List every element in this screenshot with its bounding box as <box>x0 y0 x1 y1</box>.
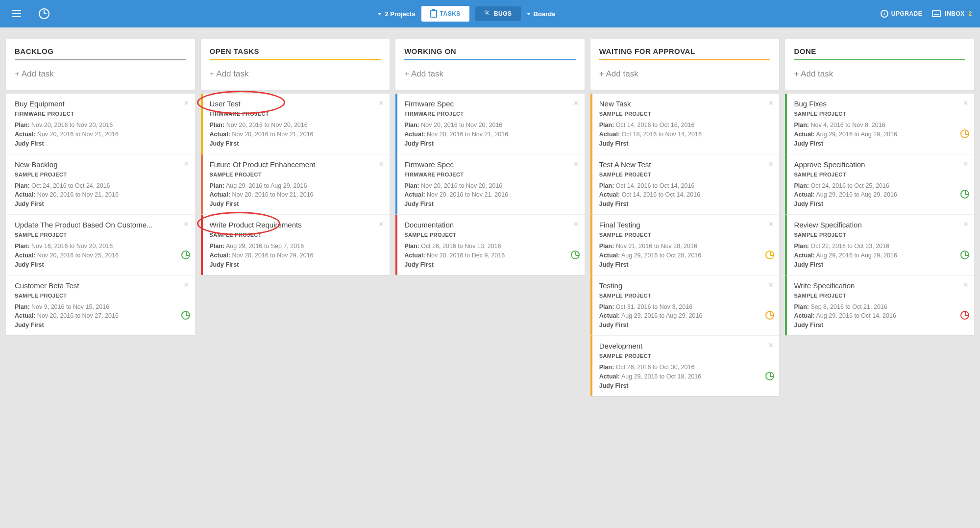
task-card[interactable]: ×Firmware SpecFIRMWARE PROJECTPlan: Nov … <box>395 154 585 215</box>
card-assignee: Judy First <box>794 140 966 147</box>
card-assignee: Judy First <box>15 322 187 328</box>
card-title: Development <box>599 342 772 350</box>
card-title: Test A New Test <box>599 160 772 169</box>
column-header: WAITING FOR APPROVAL+ Add task <box>590 39 780 90</box>
column-underline <box>599 59 771 60</box>
task-card[interactable]: ×Update The Product Based On Custome...S… <box>6 215 195 276</box>
task-card[interactable]: ×DocumentationSAMPLE PROJECTPlan: Oct 26… <box>395 215 585 275</box>
card-plan: Plan: Oct 24, 2016 to Oct 25, 2016 <box>794 181 966 191</box>
close-icon[interactable]: × <box>768 99 774 107</box>
inbox-button[interactable]: INBOX 2 <box>932 10 972 17</box>
tab-tasks[interactable]: TASKS <box>421 6 469 22</box>
card-plan: Plan: Nov 20, 2016 to Nov 20, 2016 <box>15 121 187 130</box>
card-title: Update The Product Based On Custome... <box>15 221 187 229</box>
card-plan: Plan: Oct 14, 2016 to Oct 16, 2016 <box>599 121 772 130</box>
task-card[interactable]: ×Customer Beta TestSAMPLE PROJECTPlan: N… <box>6 276 195 336</box>
close-icon[interactable]: × <box>573 220 579 228</box>
close-icon[interactable]: × <box>768 341 774 350</box>
task-card[interactable]: ×Write Product RequirementsSAMPLE PROJEC… <box>201 215 390 275</box>
task-card[interactable]: ×Test A New TestSAMPLE PROJECTPlan: Oct … <box>590 154 780 215</box>
close-icon[interactable]: × <box>573 99 579 107</box>
close-icon[interactable]: × <box>184 159 189 168</box>
task-card[interactable]: ×Final TestingSAMPLE PROJECTPlan: Nov 21… <box>590 215 780 276</box>
close-icon[interactable]: × <box>379 220 384 228</box>
task-card[interactable]: ×TestingSAMPLE PROJECTPlan: Oct 31, 2016… <box>590 276 780 336</box>
timesheet-button[interactable] <box>35 5 53 23</box>
add-task-button[interactable]: + Add task <box>794 69 965 79</box>
close-icon[interactable]: × <box>963 159 968 168</box>
card-plan: Plan: Oct 14, 2016 to Oct 14, 2016 <box>599 181 772 191</box>
card-project: SAMPLE PROJECT <box>599 232 772 238</box>
card-actual: Actual: Nov 20, 2016 to Nov 21, 2016 <box>15 190 187 200</box>
close-icon[interactable]: × <box>184 220 189 228</box>
card-plan: Plan: Nov 20, 2016 to Nov 20, 2016 <box>404 121 577 130</box>
task-card[interactable]: ×Bug FixesSAMPLE PROJECTPlan: Nov 4, 201… <box>785 94 974 154</box>
card-project: SAMPLE PROJECT <box>794 111 966 117</box>
projects-dropdown[interactable]: 2 Projects <box>378 10 415 18</box>
add-task-button[interactable]: + Add task <box>210 69 381 79</box>
close-icon[interactable]: × <box>768 159 774 168</box>
close-icon[interactable]: × <box>963 280 968 289</box>
card-title: Firmware Spec <box>404 160 577 169</box>
add-task-button[interactable]: + Add task <box>599 69 771 79</box>
card-title: Bug Fixes <box>794 100 966 108</box>
card-plan: Plan: Oct 24, 2016 to Oct 24, 2016 <box>15 181 187 191</box>
task-card[interactable]: ×User TestFIRMWARE PROJECTPlan: Nov 20, … <box>201 94 390 154</box>
close-icon[interactable]: × <box>963 99 968 107</box>
kanban-board: BACKLOG+ Add task×Buy EquipmentFIRMWARE … <box>0 27 980 408</box>
task-card[interactable]: ×Approve SpecificationSAMPLE PROJECTPlan… <box>785 154 974 215</box>
card-title: Testing <box>599 281 772 290</box>
boards-dropdown[interactable]: Boards <box>527 10 556 18</box>
card-assignee: Judy First <box>599 322 772 328</box>
close-icon[interactable]: × <box>963 220 968 228</box>
card-plan: Plan: Nov 16, 2016 to Nov 20, 2016 <box>15 242 187 251</box>
card-assignee: Judy First <box>404 261 577 268</box>
card-plan: Plan: Aug 29, 2016 to Sep 7, 2016 <box>210 242 382 251</box>
card-assignee: Judy First <box>15 261 187 268</box>
status-badge-icon <box>960 129 969 138</box>
card-plan: Plan: Nov 20, 2016 to Nov 20, 2016 <box>210 121 382 130</box>
close-icon[interactable]: × <box>768 220 774 228</box>
menu-button[interactable] <box>8 5 25 23</box>
task-card[interactable]: ×Review SpecificationSAMPLE PROJECTPlan:… <box>785 215 974 276</box>
card-assignee: Judy First <box>794 201 966 207</box>
status-badge-icon <box>571 251 580 259</box>
card-actual: Actual: Nov 20, 2016 to Nov 29, 2016 <box>210 251 382 260</box>
tab-bugs[interactable]: BUGS <box>475 6 521 21</box>
close-icon[interactable]: × <box>379 159 384 168</box>
card-title: New Task <box>599 100 772 108</box>
task-card[interactable]: ×DevelopmentSAMPLE PROJECTPlan: Oct 26, … <box>590 336 780 396</box>
task-card[interactable]: ×Write SpecificationSAMPLE PROJECTPlan: … <box>785 276 974 336</box>
card-plan: Plan: Nov 9, 2016 to Nov 15, 2016 <box>15 302 187 312</box>
card-actual: Actual: Nov 20, 2016 to Nov 21, 2016 <box>404 190 577 200</box>
add-task-button[interactable]: + Add task <box>404 69 576 79</box>
column-title: WAITING FOR APPROVAL <box>599 47 771 55</box>
card-assignee: Judy First <box>210 261 382 268</box>
card-actual: Actual: Nov 20, 2016 to Nov 21, 2016 <box>15 130 187 139</box>
add-task-button[interactable]: + Add task <box>15 69 186 79</box>
task-card[interactable]: ×Buy EquipmentFIRMWARE PROJECTPlan: Nov … <box>6 94 195 154</box>
card-actual: Actual: Nov 20, 2016 to Nov 21, 2016 <box>210 190 382 200</box>
card-plan: Plan: Oct 26, 2016 to Nov 13, 2016 <box>404 242 577 251</box>
column-header: DONE+ Add task <box>785 39 974 90</box>
card-assignee: Judy First <box>794 322 966 328</box>
column-underline <box>15 59 186 60</box>
tools-icon <box>484 10 491 17</box>
card-actual: Actual: Aug 29, 2016 to Aug 29, 2016 <box>794 130 966 139</box>
card-assignee: Judy First <box>794 261 966 268</box>
close-icon[interactable]: × <box>184 99 189 107</box>
close-icon[interactable]: × <box>184 280 189 289</box>
close-icon[interactable]: × <box>768 280 774 289</box>
card-project: SAMPLE PROJECT <box>15 293 187 299</box>
close-icon[interactable]: × <box>379 99 384 107</box>
card-actual: Actual: Oct 18, 2016 to Nov 14, 2016 <box>599 130 772 139</box>
task-card[interactable]: ×New TaskSAMPLE PROJECTPlan: Oct 14, 201… <box>590 94 780 154</box>
task-card[interactable]: ×Firmware SpecFIRMWARE PROJECTPlan: Nov … <box>395 94 585 154</box>
upgrade-button[interactable]: + UPGRADE <box>881 10 923 18</box>
card-plan: Plan: Nov 4, 2016 to Nov 8, 2016 <box>794 121 966 130</box>
task-card[interactable]: ×Future Of Product EnhancementSAMPLE PRO… <box>201 154 390 215</box>
card-title: Final Testing <box>599 221 772 229</box>
card-project: SAMPLE PROJECT <box>15 232 187 238</box>
task-card[interactable]: ×New BacklogSAMPLE PROJECTPlan: Oct 24, … <box>6 154 195 215</box>
close-icon[interactable]: × <box>573 159 579 168</box>
